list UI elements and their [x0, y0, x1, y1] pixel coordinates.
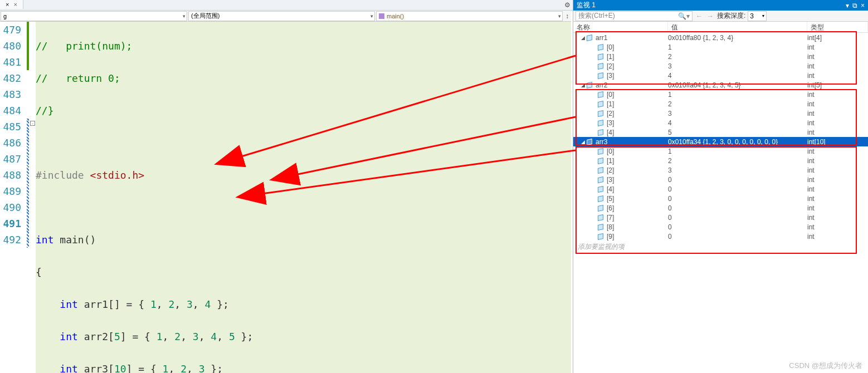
line-number: 491: [0, 215, 25, 232]
depth-input[interactable]: 3▾: [748, 11, 767, 21]
watch-row[interactable]: [2]3int: [573, 109, 868, 118]
var-value: 0x010ffa34 {1, 2, 3, 0, 0, 0, 0, 0, 0, 0…: [668, 138, 807, 146]
col-type[interactable]: 类型: [807, 22, 868, 32]
var-type: int: [807, 195, 868, 203]
var-type: int: [807, 53, 868, 61]
variable-icon: [598, 158, 604, 164]
watch-row[interactable]: [4]5int: [573, 127, 868, 137]
gear-icon[interactable]: ⚙: [564, 1, 570, 9]
pin-icon[interactable]: ⧉: [852, 2, 857, 9]
line-number: 481: [0, 54, 25, 70]
var-type: int: [807, 214, 868, 222]
dropdown-icon[interactable]: ▾: [846, 2, 849, 9]
var-value: 0: [668, 176, 807, 184]
watch-row[interactable]: [2]3int: [573, 61, 868, 71]
var-name: arr1: [596, 34, 607, 42]
code-content[interactable]: // print(num); // return 0; //} #include…: [36, 22, 571, 373]
expander-icon[interactable]: ◢: [581, 82, 587, 88]
scope-dropdown-left[interactable]: g▾: [1, 11, 187, 21]
watch-row[interactable]: [1]2int: [573, 52, 868, 61]
var-name: [5]: [607, 195, 614, 203]
function-dropdown[interactable]: main()▾: [376, 11, 563, 21]
var-type: int: [807, 91, 868, 99]
collapse-icon[interactable]: -: [30, 121, 35, 126]
line-number: 490: [0, 199, 25, 215]
line-number: 486: [0, 135, 25, 151]
var-value: 0: [668, 233, 807, 241]
col-name[interactable]: 名称: [573, 22, 668, 32]
search-icon: 🔍▾: [678, 12, 690, 20]
watch-row[interactable]: [1]2int: [573, 99, 868, 109]
watch-row[interactable]: [4]0int: [573, 184, 868, 194]
var-name: [1]: [607, 100, 614, 108]
variable-icon: [598, 120, 604, 126]
variable-icon: [598, 130, 604, 135]
nav-prev-icon[interactable]: ←: [695, 12, 704, 20]
line-number: 482: [0, 70, 25, 86]
watch-row[interactable]: [0]1int: [573, 146, 868, 156]
watch-row[interactable]: [7]0int: [573, 213, 868, 222]
var-type: int[10]: [807, 138, 868, 146]
line-number: 484: [0, 102, 25, 119]
variable-icon: [598, 101, 604, 107]
var-name: [1]: [607, 157, 614, 165]
watch-grid: 名称 值 类型 ◢arr10x010ffa80 {1, 2, 3, 4}int[…: [573, 22, 868, 253]
nav-next-icon[interactable]: →: [706, 12, 715, 20]
chevron-down-icon: ▾: [558, 13, 561, 19]
expander-icon[interactable]: ◢: [581, 35, 587, 41]
watch-row[interactable]: [3]0int: [573, 175, 868, 184]
expander-icon[interactable]: ◢: [581, 139, 587, 145]
scope-dropdown-middle[interactable]: (全局范围)▾: [188, 11, 375, 21]
variable-icon: [587, 82, 593, 88]
watch-row[interactable]: [8]0int: [573, 222, 868, 232]
watch-row[interactable]: [2]3int: [573, 165, 868, 175]
col-value[interactable]: 值: [668, 22, 807, 32]
var-type: int: [807, 62, 868, 70]
watch-row[interactable]: [5]0int: [573, 194, 868, 203]
var-name: [3]: [607, 119, 614, 127]
code-editor[interactable]: 4794804814824834844854864874884894904914…: [0, 22, 571, 373]
watch-row[interactable]: [3]4int: [573, 118, 868, 127]
add-watch-row[interactable]: 添加要监视的项: [573, 241, 868, 253]
split-icon[interactable]: ↕: [563, 12, 571, 20]
depth-label: 搜索深度:: [717, 11, 745, 21]
watch-row[interactable]: [6]0int: [573, 203, 868, 213]
variable-icon: [598, 196, 604, 202]
watch-title-label: 监视 1: [577, 1, 596, 10]
var-type: int: [807, 110, 868, 117]
watch-toolbar: 搜索(Ctrl+E)🔍▾ ← → 搜索深度: 3▾: [573, 11, 868, 22]
chevron-down-icon: ▾: [183, 13, 186, 19]
watch-row[interactable]: [9]0int: [573, 232, 868, 241]
var-type: int: [807, 100, 868, 108]
variable-icon: [598, 215, 604, 220]
variable-icon: [598, 177, 604, 183]
watch-title-bar[interactable]: 监视 1 ▾⧉×: [573, 0, 868, 11]
watch-row[interactable]: ◢arr10x010ffa80 {1, 2, 3, 4}int[4]: [573, 33, 868, 42]
watch-row[interactable]: ◢arr30x010ffa34 {1, 2, 3, 0, 0, 0, 0, 0,…: [573, 137, 868, 146]
document-tab[interactable]: ××: [0, 0, 23, 9]
var-type: int: [807, 157, 868, 165]
watch-row[interactable]: [0]1int: [573, 90, 868, 99]
watch-row[interactable]: [3]4int: [573, 71, 868, 80]
watch-search-input[interactable]: 搜索(Ctrl+E)🔍▾: [576, 11, 693, 21]
var-name: [0]: [607, 43, 614, 51]
var-value: 2: [668, 53, 807, 61]
var-type: int: [807, 43, 868, 51]
var-value: 4: [668, 119, 807, 127]
tab-label: ×: [6, 1, 9, 8]
var-value: 2: [668, 157, 807, 165]
watch-panel: 监视 1 ▾⧉× 搜索(Ctrl+E)🔍▾ ← → 搜索深度: 3▾ 名称 值 …: [573, 0, 868, 373]
search-placeholder: 搜索(Ctrl+E): [578, 11, 615, 21]
var-name: arr2: [596, 81, 607, 89]
close-icon[interactable]: ×: [13, 1, 17, 8]
watch-row[interactable]: ◢arr20x010ffa64 {1, 2, 3, 4, 5}int[5]: [573, 80, 868, 90]
line-number: 492: [0, 232, 25, 248]
watch-row[interactable]: [0]1int: [573, 42, 868, 52]
var-value: 1: [668, 43, 807, 51]
var-name: [0]: [607, 91, 614, 99]
var-type: int[5]: [807, 81, 868, 89]
close-icon[interactable]: ×: [861, 2, 865, 9]
var-name: [8]: [607, 223, 614, 231]
watch-row[interactable]: [1]2int: [573, 156, 868, 165]
line-number: 488: [0, 167, 25, 183]
